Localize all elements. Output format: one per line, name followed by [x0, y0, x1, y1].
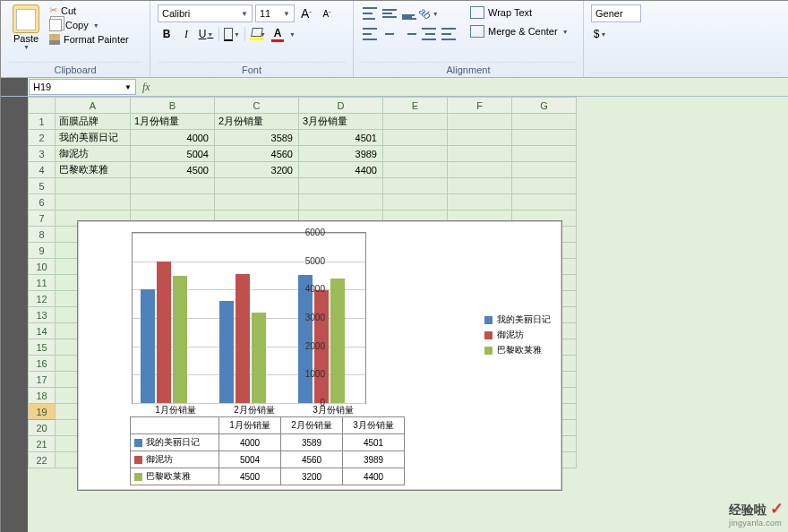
cell[interactable]	[299, 194, 383, 210]
cell[interactable]	[512, 114, 577, 130]
format-painter-button[interactable]: Format Painter	[49, 34, 129, 45]
row-header[interactable]: 11	[29, 275, 56, 291]
embedded-chart[interactable]: 我的美丽日记御泥坊巴黎欧莱雅 1月份销量2月份销量3月份销量我的美丽日记4000…	[77, 220, 562, 491]
cell[interactable]: 4500	[131, 162, 215, 178]
orientation-button[interactable]: ab▼	[420, 4, 438, 22]
cell[interactable]: 我的美丽日记	[56, 130, 131, 146]
shrink-font-button[interactable]: Aˇ	[318, 4, 336, 22]
fx-label[interactable]: fx	[137, 78, 156, 96]
row-header[interactable]: 1	[29, 114, 56, 130]
row-header[interactable]: 19	[29, 404, 56, 420]
cell[interactable]	[448, 194, 512, 210]
cell[interactable]	[299, 178, 383, 194]
row-header[interactable]: 4	[29, 162, 56, 178]
cell[interactable]	[56, 178, 131, 194]
chevron-down-icon[interactable]: ▼	[237, 10, 248, 18]
row-header[interactable]: 18	[29, 388, 56, 404]
cell[interactable]	[383, 194, 448, 210]
col-header[interactable]: F	[448, 98, 512, 114]
merge-center-button[interactable]: Merge & Center▼	[467, 23, 572, 39]
row-header[interactable]: 9	[29, 243, 56, 259]
row-header[interactable]: 17	[29, 372, 56, 388]
cell[interactable]	[512, 194, 577, 210]
align-center-button[interactable]	[381, 25, 398, 43]
cell[interactable]: 4501	[299, 130, 383, 146]
formula-input[interactable]	[156, 78, 788, 96]
cell[interactable]: 3989	[299, 146, 383, 162]
row-header[interactable]: 2	[29, 130, 56, 146]
cell[interactable]	[383, 162, 448, 178]
col-header[interactable]: D	[299, 98, 383, 114]
wrap-text-button[interactable]: Wrap Text	[467, 4, 572, 21]
col-header[interactable]: A	[56, 98, 131, 114]
cell[interactable]: 4400	[299, 162, 383, 178]
fill-color-button[interactable]: ▼	[249, 25, 267, 43]
row-header[interactable]: 7	[29, 210, 56, 227]
chevron-down-icon[interactable]: ▼	[22, 44, 30, 50]
cell[interactable]	[512, 178, 577, 194]
chevron-down-icon[interactable]: ▼	[92, 22, 99, 29]
col-header[interactable]: B	[131, 98, 215, 114]
italic-button[interactable]: I	[177, 25, 195, 43]
cell[interactable]	[131, 178, 215, 194]
cell[interactable]	[56, 194, 131, 210]
chevron-down-icon[interactable]: ▼	[561, 29, 569, 35]
cell[interactable]: 1月份销量	[131, 114, 215, 130]
cell[interactable]	[448, 162, 512, 178]
cell[interactable]: 4000	[131, 130, 215, 146]
row-header[interactable]: 10	[29, 259, 56, 275]
select-all-corner[interactable]	[29, 98, 56, 114]
chevron-down-icon[interactable]: ▼	[599, 31, 606, 38]
cell[interactable]: 3月份销量	[299, 114, 383, 130]
cut-button[interactable]: ✂Cut	[49, 4, 129, 16]
cell[interactable]	[131, 194, 215, 210]
cell[interactable]: 巴黎欧莱雅	[56, 162, 131, 178]
accounting-format-button[interactable]: $▼	[591, 25, 609, 43]
cell[interactable]: 面膜品牌	[56, 114, 131, 130]
col-header[interactable]: C	[215, 98, 299, 114]
number-format-combo[interactable]: Gener	[591, 4, 641, 22]
bold-button[interactable]: B	[158, 25, 176, 43]
row-header[interactable]: 20	[29, 420, 56, 436]
cell[interactable]	[448, 178, 512, 194]
row-header[interactable]: 15	[29, 339, 56, 356]
cell[interactable]	[448, 130, 512, 146]
cell[interactable]	[512, 162, 577, 178]
chevron-down-icon[interactable]: ▼	[206, 31, 213, 38]
row-header[interactable]: 16	[29, 356, 56, 372]
align-middle-button[interactable]	[381, 4, 398, 22]
worksheet[interactable]: A B C D E F G 1 面膜品牌 1月份销量 2月份销量 3月份销量 2…	[28, 97, 788, 532]
row-header[interactable]: 13	[29, 307, 56, 323]
font-name-combo[interactable]: Calibri▼	[158, 4, 253, 22]
row-header[interactable]: 8	[29, 227, 56, 243]
cell[interactable]	[215, 194, 299, 210]
cell[interactable]	[448, 114, 512, 130]
underline-button[interactable]: U▼	[197, 25, 215, 43]
paste-button[interactable]: Paste ▼	[8, 4, 44, 50]
cell[interactable]	[383, 146, 448, 162]
align-top-button[interactable]	[361, 4, 379, 22]
chevron-down-icon[interactable]: ▼	[233, 31, 240, 38]
name-box[interactable]: H19▼	[29, 79, 136, 95]
border-button[interactable]: ▼	[223, 25, 241, 43]
col-header[interactable]: G	[512, 98, 577, 114]
cell[interactable]: 3589	[215, 130, 299, 146]
row-header[interactable]: 12	[29, 291, 56, 307]
align-left-button[interactable]	[361, 25, 379, 43]
cell[interactable]	[383, 178, 448, 194]
row-header[interactable]: 22	[29, 452, 56, 468]
cell[interactable]	[448, 146, 512, 162]
decrease-indent-button[interactable]	[420, 25, 438, 43]
col-header[interactable]: E	[383, 98, 448, 114]
cell[interactable]	[512, 146, 577, 162]
cell[interactable]: 2月份销量	[215, 114, 299, 130]
font-color-button[interactable]: A	[269, 25, 287, 43]
row-header[interactable]: 3	[29, 146, 56, 162]
chevron-down-icon[interactable]: ▼	[124, 83, 132, 91]
cell[interactable]	[512, 130, 577, 146]
copy-button[interactable]: Copy▼	[49, 19, 129, 31]
cell[interactable]: 5004	[131, 146, 215, 162]
cell[interactable]	[383, 114, 448, 130]
align-bottom-button[interactable]	[400, 4, 418, 22]
increase-indent-button[interactable]	[440, 25, 458, 43]
